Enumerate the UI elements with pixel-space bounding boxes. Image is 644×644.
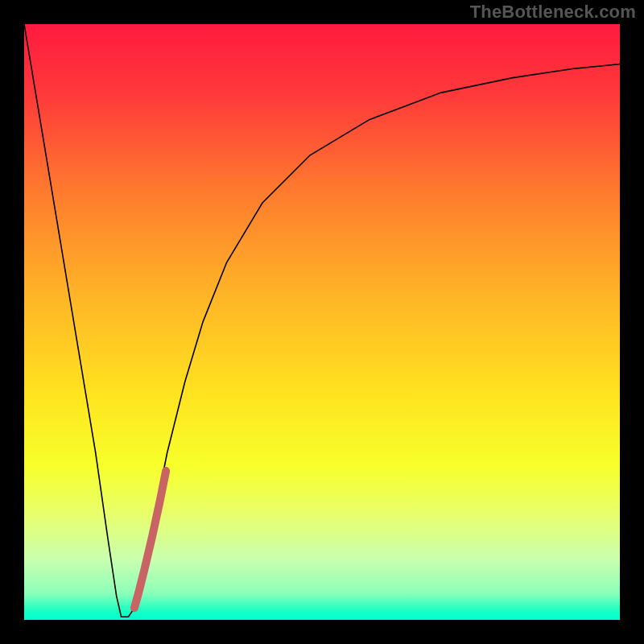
chart-frame: TheBottleneck.com	[0, 0, 644, 644]
plot-area	[24, 24, 620, 620]
watermark-text: TheBottleneck.com	[470, 2, 636, 23]
chart-svg	[24, 24, 620, 620]
gradient-background	[24, 24, 620, 620]
